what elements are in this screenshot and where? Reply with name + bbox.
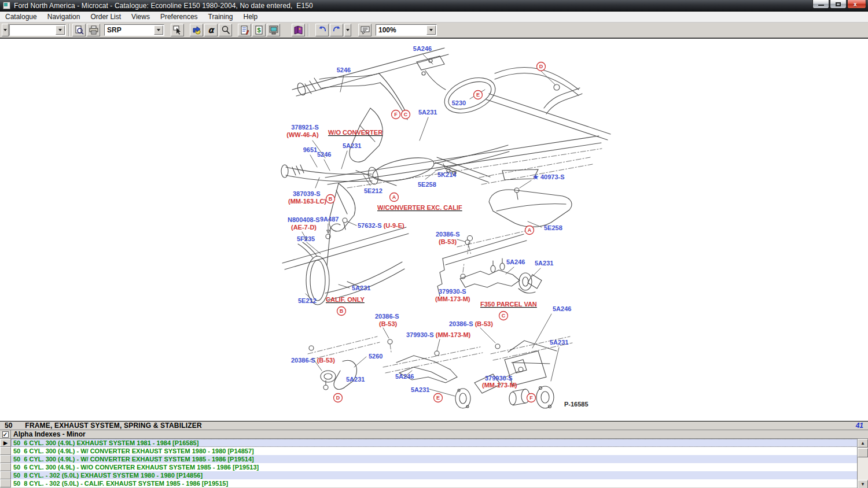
- part-label[interactable]: 5230: [452, 99, 466, 106]
- index-row[interactable]: 50 6 CYL. 300 (4.9L) - W/O CONVERTER EXH…: [0, 463, 868, 471]
- part-label[interactable]: (MM-163-LC): [288, 198, 326, 205]
- scroll-down-button[interactable]: ▼: [858, 480, 868, 488]
- vertical-scrollbar[interactable]: ▲ ▼: [857, 439, 868, 488]
- menu-training[interactable]: Training: [203, 12, 238, 21]
- part-label[interactable]: 5A246: [506, 258, 525, 265]
- part-label[interactable]: 5A231: [418, 109, 437, 116]
- part-label[interactable]: 5E212: [364, 187, 382, 194]
- scroll-up-button[interactable]: ▲: [858, 439, 868, 448]
- part-label[interactable]: 5A231: [535, 260, 553, 267]
- print-button[interactable]: [87, 24, 100, 36]
- index-row[interactable]: 50 8 CYL. - 302 (5.0L) - CALIF. EXHAUST …: [0, 479, 868, 487]
- zoom-combo-arrow[interactable]: [426, 25, 436, 35]
- part-label[interactable]: 378921-S: [291, 124, 319, 131]
- scrollbar-thumb[interactable]: [858, 448, 868, 457]
- index-row[interactable]: 50 8 CYL. - 302 (5.0L) EXHAUST SYSTEM 19…: [0, 471, 868, 479]
- menu-order-list[interactable]: Order List: [85, 12, 126, 21]
- part-label[interactable]: 379930-S: [485, 375, 513, 382]
- part-label[interactable]: 5A246: [413, 45, 432, 52]
- book-help-button[interactable]: [292, 24, 305, 36]
- index-row[interactable]: ▶50 6 CYL. 300 (4.9L) EXHAUST SYSTEM 198…: [0, 439, 868, 447]
- select-pointer-button[interactable]: [171, 24, 184, 36]
- alpha-index-button[interactable]: α: [204, 24, 218, 36]
- alpha-index-checkbox[interactable]: ✓: [2, 431, 9, 438]
- screen-view-button[interactable]: [267, 24, 280, 36]
- vehicle-combo-arrow[interactable]: [56, 25, 65, 35]
- part-label[interactable]: N800408-S: [288, 216, 320, 223]
- part-label[interactable]: P-16585: [564, 401, 589, 408]
- row-gutter[interactable]: [0, 471, 11, 479]
- section-code: 50: [5, 422, 12, 430]
- part-label[interactable]: 20386-S: [375, 313, 399, 320]
- callout-letter: E: [476, 92, 480, 98]
- part-label[interactable]: 20386-S (B-53): [291, 357, 335, 364]
- part-label[interactable]: (MM-173-M): [435, 295, 470, 302]
- undo-history-button[interactable]: [344, 24, 351, 36]
- part-label[interactable]: CALIF. ONLY: [326, 296, 365, 303]
- part-label[interactable]: 5F235: [297, 235, 315, 242]
- part-label[interactable]: 5A246: [553, 305, 571, 312]
- part-label[interactable]: 20386-S: [436, 231, 460, 238]
- part-label[interactable]: 5246: [317, 151, 331, 158]
- zoom-combo[interactable]: 100%: [376, 24, 437, 36]
- part-label[interactable]: 5246: [337, 66, 351, 73]
- price-type-arrow[interactable]: [154, 25, 163, 35]
- redo-button[interactable]: [330, 24, 343, 36]
- minimize-button[interactable]: [812, 0, 829, 9]
- undo-button[interactable]: [315, 24, 329, 36]
- toolbar-overflow-button[interactable]: [2, 24, 9, 36]
- part-label[interactable]: 5260: [369, 353, 382, 360]
- pricing-button[interactable]: $: [252, 24, 266, 36]
- row-gutter[interactable]: [0, 479, 11, 487]
- part-label[interactable]: W/CONVERTER EXC. CALIF: [377, 204, 462, 211]
- part-label[interactable]: 5E212: [298, 297, 317, 304]
- part-label[interactable]: 379930-S (MM-173-M): [406, 331, 471, 338]
- magnifier-button[interactable]: [219, 24, 232, 36]
- menu-views[interactable]: Views: [126, 12, 155, 21]
- part-label[interactable]: 20386-S (B-53): [449, 320, 493, 327]
- row-gutter[interactable]: [0, 463, 11, 471]
- part-label[interactable]: 57632-S (U-9-E): [358, 222, 404, 229]
- part-label[interactable]: ★ 40973-S: [533, 173, 565, 180]
- part-label[interactable]: 379930-S: [439, 288, 466, 295]
- menu-help[interactable]: Help: [238, 12, 263, 21]
- part-label[interactable]: 5A231: [352, 284, 370, 291]
- notes-button[interactable]: [358, 24, 372, 36]
- print-preview-button[interactable]: [72, 24, 86, 36]
- menu-catalogue[interactable]: Catalogue: [0, 12, 42, 21]
- part-label[interactable]: 5A231: [346, 376, 365, 383]
- part-label[interactable]: F350 PARCEL VAN: [480, 301, 537, 308]
- part-label[interactable]: 5E258: [544, 224, 562, 231]
- part-label[interactable]: (WW-46-A): [286, 131, 319, 138]
- current-row-indicator[interactable]: ▶: [0, 439, 11, 447]
- menu-preferences[interactable]: Preferences: [155, 12, 203, 21]
- vehicle-combo[interactable]: [9, 24, 66, 36]
- part-label[interactable]: (MM-173-M): [482, 382, 517, 389]
- price-type-combo[interactable]: SRP: [104, 24, 164, 36]
- navigate-parts-button[interactable]: [190, 24, 203, 36]
- callout-letter: F: [394, 112, 398, 117]
- part-label[interactable]: 9651: [303, 146, 317, 153]
- close-button[interactable]: x: [847, 0, 866, 9]
- part-label[interactable]: (AE-7-D): [291, 224, 317, 231]
- index-row[interactable]: 50 6 CYL. 300 (4.9L) - W/ CONVERTER EXHA…: [0, 447, 868, 455]
- row-gutter[interactable]: [0, 447, 11, 455]
- maximize-button[interactable]: [830, 0, 847, 9]
- menu-navigation[interactable]: Navigation: [42, 12, 86, 21]
- part-label[interactable]: 5A246: [395, 373, 414, 380]
- part-label[interactable]: (B-53): [379, 320, 398, 327]
- index-row[interactable]: 50 6 CYL. 300 (4.9L) - W/ CONVERTER EXHA…: [0, 455, 868, 463]
- order-list-button[interactable]: [238, 24, 251, 36]
- part-label[interactable]: 5K214: [437, 171, 457, 178]
- part-label[interactable]: 5A231: [343, 142, 361, 149]
- exhaust-diagram[interactable]: 5A246524652305A231378921-S(WW-46-A)W/O C…: [0, 39, 868, 421]
- part-label[interactable]: 5A231: [550, 339, 568, 346]
- part-label[interactable]: (B-53): [439, 238, 457, 245]
- part-label[interactable]: 5A231: [411, 386, 429, 393]
- part-label[interactable]: 9A487: [320, 216, 339, 223]
- toolbar-separator: [68, 24, 69, 36]
- part-label[interactable]: 5E258: [418, 181, 436, 188]
- part-label[interactable]: 387039-S: [293, 190, 321, 197]
- part-label[interactable]: W/O CONVERTER: [328, 129, 382, 136]
- row-gutter[interactable]: [0, 455, 11, 463]
